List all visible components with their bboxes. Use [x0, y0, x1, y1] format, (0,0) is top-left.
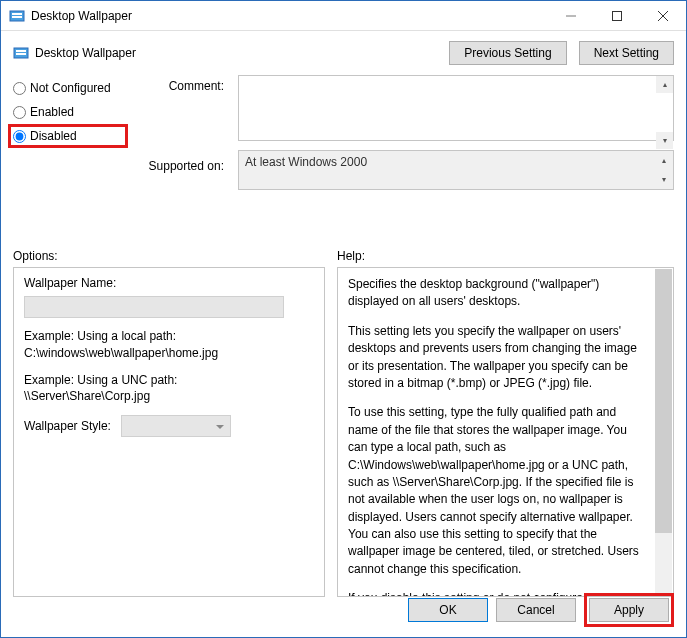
- options-header: Options:: [13, 249, 325, 263]
- radio-disabled[interactable]: Disabled: [8, 124, 128, 148]
- wallpaper-name-label: Wallpaper Name:: [24, 276, 314, 290]
- wallpaper-name-input: [24, 296, 284, 318]
- svg-rect-4: [613, 11, 622, 20]
- maximize-button[interactable]: [594, 1, 640, 30]
- example-unc-label: Example: Using a UNC path:: [24, 372, 314, 389]
- svg-rect-9: [16, 53, 26, 55]
- window-title: Desktop Wallpaper: [31, 9, 548, 23]
- scroll-down-button[interactable]: ▾: [656, 132, 673, 149]
- wallpaper-style-select: [121, 415, 231, 437]
- scroll-up-button[interactable]: ▴: [655, 152, 672, 169]
- help-paragraph: This setting lets you specify the wallpa…: [348, 323, 649, 393]
- dialog-window: Desktop Wallpaper Desktop Wallpaper Prev…: [0, 0, 687, 638]
- help-paragraph: To use this setting, type the fully qual…: [348, 404, 649, 578]
- comment-label: Comment:: [142, 79, 224, 93]
- radio-label: Disabled: [30, 129, 77, 143]
- policy-icon: [13, 45, 29, 61]
- options-panel: Wallpaper Name: Example: Using a local p…: [13, 267, 325, 597]
- comment-textarea[interactable]: [238, 75, 674, 141]
- supported-on-text: At least Windows 2000: [245, 155, 367, 169]
- radio-enabled[interactable]: Enabled: [13, 105, 128, 119]
- wallpaper-style-label: Wallpaper Style:: [24, 419, 111, 433]
- radio-enabled-input[interactable]: [13, 106, 26, 119]
- cancel-button[interactable]: Cancel: [496, 598, 576, 622]
- help-header: Help:: [337, 249, 365, 263]
- apply-highlight: Apply: [584, 593, 674, 627]
- previous-setting-button[interactable]: Previous Setting: [449, 41, 566, 65]
- minimize-button[interactable]: [548, 1, 594, 30]
- radio-label: Not Configured: [30, 81, 111, 95]
- example-local-label: Example: Using a local path:: [24, 328, 314, 345]
- scroll-down-button[interactable]: ▾: [655, 171, 672, 188]
- example-unc-path: \\Server\Share\Corp.jpg: [24, 388, 314, 405]
- help-paragraph: Specifies the desktop background ("wallp…: [348, 276, 649, 311]
- scrollbar[interactable]: [655, 269, 672, 595]
- radio-disabled-input[interactable]: [13, 130, 26, 143]
- next-setting-button[interactable]: Next Setting: [579, 41, 674, 65]
- scroll-up-button[interactable]: ▴: [656, 76, 673, 93]
- scrollbar-thumb[interactable]: [655, 269, 672, 533]
- help-panel: Specifies the desktop background ("wallp…: [337, 267, 674, 597]
- titlebar: Desktop Wallpaper: [1, 1, 686, 31]
- example-local-path: C:\windows\web\wallpaper\home.jpg: [24, 345, 314, 362]
- supported-label: Supported on:: [142, 159, 224, 173]
- svg-rect-8: [16, 50, 26, 52]
- ok-button[interactable]: OK: [408, 598, 488, 622]
- radio-not-configured-input[interactable]: [13, 82, 26, 95]
- supported-on-box: At least Windows 2000 ▴ ▾: [238, 150, 674, 190]
- svg-rect-2: [12, 16, 22, 18]
- policy-title: Desktop Wallpaper: [35, 46, 449, 60]
- apply-button[interactable]: Apply: [589, 598, 669, 622]
- radio-label: Enabled: [30, 105, 74, 119]
- svg-rect-1: [12, 13, 22, 15]
- policy-icon: [9, 8, 25, 24]
- close-button[interactable]: [640, 1, 686, 30]
- radio-not-configured[interactable]: Not Configured: [13, 81, 128, 95]
